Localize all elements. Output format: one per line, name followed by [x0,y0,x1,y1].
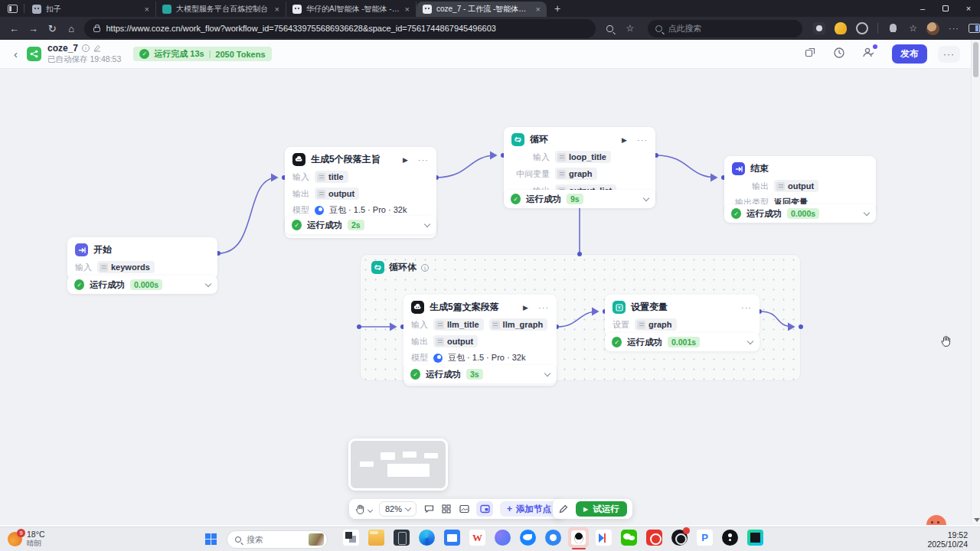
comment-icon[interactable] [423,504,434,514]
chevron-down-icon[interactable] [205,281,211,287]
extension-icon[interactable] [856,22,868,34]
node-set-variable[interactable]: 设置变量 ··· 设置 graph [605,295,760,337]
bird-browser-icon[interactable] [520,530,536,546]
profile-extensions-icon[interactable] [887,22,900,34]
node-menu-icon[interactable]: ··· [538,303,549,312]
chevron-down-icon[interactable] [864,210,870,216]
obs-icon[interactable] [671,530,688,546]
tab-panel-icon[interactable] [8,5,18,13]
nav-home-icon[interactable]: ⌂ [62,23,81,34]
taskbar-search[interactable]: 搜索 [227,530,328,549]
nav-forward-icon[interactable]: → [24,23,43,34]
extension-icon[interactable] [835,22,847,34]
tab-close-icon[interactable]: × [405,5,410,14]
layout-grid-icon[interactable] [441,504,452,514]
qq-icon-active[interactable] [568,527,589,548]
avatar[interactable] [926,22,939,35]
node-setvar-status[interactable]: ✓ 运行成功 0.001s [605,333,760,351]
chevron-down-icon[interactable] [424,221,430,227]
weather-widget[interactable]: 9 18°C 晴朗 [8,530,44,549]
add-node-button[interactable]: + 添加节点 [500,501,558,517]
arrange-icon[interactable] [805,47,816,61]
test-run-button[interactable]: ▶ 试运行 [576,501,627,517]
success-check-icon: ✓ [731,208,741,219]
phone-link-icon[interactable] [394,530,410,546]
url-bar[interactable]: https://www.coze.cn/work_flow?workflow_i… [84,19,596,38]
tab-kouzi[interactable]: 扣子 × [26,2,156,17]
start-button[interactable] [205,533,217,545]
wps-icon[interactable]: W [469,530,485,546]
chevron-down-icon[interactable] [544,370,550,377]
divider: | [209,50,211,58]
favorites-icon[interactable]: ☆ [909,23,917,34]
page-scrollbar[interactable] [971,40,980,525]
run-node-icon[interactable]: ▶ [523,304,528,311]
taskbar-clock[interactable]: 19:52 2025/10/24 [927,531,968,549]
nav-refresh-icon[interactable]: ↻ [43,23,62,34]
node-llm1-status[interactable]: ✓ 运行成功 2s [285,216,436,234]
collaborator-icon[interactable] [862,47,875,61]
run-time-badge: 9s [567,194,583,204]
quark-icon[interactable] [495,530,511,546]
success-check-icon: ✓ [139,49,149,59]
close-button[interactable]: × [957,0,980,17]
pen-icon[interactable] [558,504,569,514]
keyhole-app-icon[interactable] [722,530,738,546]
minimize-button[interactable]: – [911,0,934,17]
task-view-icon[interactable] [343,530,359,546]
node-menu-icon[interactable]: ··· [741,303,752,312]
new-tab-button[interactable]: + [554,2,560,15]
nav-back-icon[interactable]: ← [5,23,24,34]
minimap[interactable] [348,439,448,491]
node-llm2-status[interactable]: ✓ 运行成功 3s [403,365,557,383]
browser-menu-icon[interactable]: ··· [949,24,959,33]
microsoft-store-icon[interactable] [444,530,460,546]
scrollbar-down-arrow[interactable] [974,518,980,522]
node-end-status[interactable]: ✓ 运行成功 0.000s [724,204,876,223]
extension-icon[interactable] [813,22,825,34]
site-security-icon[interactable] [93,27,100,32]
tab-close-icon[interactable]: × [275,5,279,14]
frame-icon[interactable] [459,504,469,514]
chevron-down-icon[interactable] [368,507,373,512]
bookmark-star-icon[interactable]: ☆ [624,23,635,34]
chevron-down-icon[interactable] [747,338,753,344]
wechat-icon[interactable] [621,530,637,546]
node-menu-icon[interactable]: ··· [637,135,648,145]
run-node-icon[interactable]: ▶ [622,136,627,144]
edge-icon[interactable] [419,530,435,546]
workflow-canvas[interactable]: 循环体 i [0,69,980,525]
header-more-button[interactable]: ··· [938,46,960,63]
run-node-icon[interactable]: ▶ [403,156,408,164]
node-loop-status[interactable]: ✓ 运行成功 9s [504,190,655,208]
quick-search-box[interactable]: 点此搜索 [648,20,802,37]
zoom-level-select[interactable]: 82% [379,501,416,517]
scrollbar-thumb[interactable] [973,42,978,77]
run-result-badge[interactable]: ✓ 运行完成 13s | 2050 Tokens [133,47,271,61]
file-explorer-icon[interactable] [368,530,384,546]
netdisk-icon[interactable] [596,530,612,546]
publish-button[interactable]: 发布 [892,44,927,64]
tab-close-icon[interactable]: × [145,5,149,14]
history-icon[interactable] [833,47,845,62]
tab-agent[interactable]: 华仔的AI智能体 -智能体 - 扣子 × [286,2,416,17]
tab-close-icon[interactable]: × [536,5,541,14]
node-menu-icon[interactable]: ··· [418,155,429,165]
hand-tool-icon[interactable] [354,504,365,514]
sidebar-toggle-icon[interactable] [969,24,980,33]
tab-bailian-console[interactable]: 大模型服务平台百炼控制台 × [156,2,286,17]
pycharm-icon[interactable] [747,530,763,546]
docs-app-icon[interactable]: P [697,530,713,546]
info-icon[interactable]: i [82,44,90,52]
zoom-out-icon[interactable] [606,25,613,32]
blue-circle-app-icon[interactable] [545,530,561,546]
edit-icon[interactable] [93,44,101,52]
node-start-status[interactable]: ✓ 运行成功 0.000s [67,276,217,294]
back-button[interactable]: ‹ [14,47,18,60]
restore-button[interactable] [934,0,957,17]
tab-workflow-active[interactable]: coze_7 - 工作流 -智能体平台 × [416,2,547,17]
chevron-down-icon[interactable] [643,195,649,201]
node-start[interactable]: 开始 输入 keywords [67,237,217,279]
red-ring-app-icon[interactable] [646,530,662,546]
minimap-toggle-icon[interactable] [476,501,493,517]
